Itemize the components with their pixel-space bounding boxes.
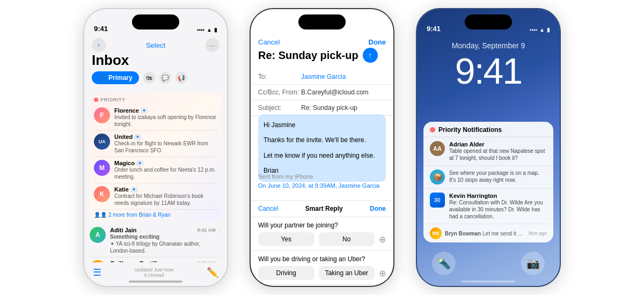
status-icons-1: ▪▪▪▪ ▲ ▮ xyxy=(197,27,217,33)
to-field[interactable]: To: Jasmine Garcia xyxy=(251,69,393,85)
notif-name-kevin: Kevin Harrington xyxy=(449,193,547,199)
smart-reply-done[interactable]: Done xyxy=(370,205,386,212)
mail-content-florence: Florence ✦ Invited to izakaya soft openi… xyxy=(114,107,217,128)
smart-reply-cancel[interactable]: Cancel xyxy=(258,205,278,212)
preview-united: Check-in for flight to Newark EWR from S… xyxy=(114,140,217,154)
back-button[interactable]: ‹ xyxy=(92,38,106,52)
status-time-2: 9:41 xyxy=(260,25,274,33)
sidebar-icon[interactable]: ☰ xyxy=(93,267,101,278)
email-subject-area: Re: Sunday pick-up ↑ xyxy=(258,48,386,63)
notif-item-kevin[interactable]: ✉ Kevin Harrington Re: Consultation with… xyxy=(423,189,553,224)
smart-reply-title: Smart Reply xyxy=(305,205,343,212)
flashlight-button[interactable]: 🔦 xyxy=(432,252,456,275)
battery-icon-2: ▮ xyxy=(380,27,384,33)
avatar-adrian: AA xyxy=(430,141,445,156)
subject-line: Re: Sunday pick-up ↑ xyxy=(258,48,386,63)
battery-icon: ▮ xyxy=(214,27,217,33)
notif-content-package: See where your package is on a map. It's… xyxy=(449,169,547,185)
status-icons-2: ▪▪▪▪ ▲ ▮ xyxy=(363,27,384,33)
q1-text: Will your partner be joining? xyxy=(258,222,386,229)
phone-email: 9:41 ▪▪▪▪ ▲ ▮ Cancel Done Re: Sunday pic… xyxy=(250,8,394,287)
notifications-card: Priority Notifications AA Adrian Alder T… xyxy=(423,122,553,242)
email-screen: Cancel Done Re: Sunday pick-up ↑ To: Jas… xyxy=(251,9,393,286)
mail-content-magico: Magico ✦ Order lunch and coffee for Neet… xyxy=(114,160,217,180)
chevron-aditi: › xyxy=(220,227,222,233)
avatar-florence: F xyxy=(94,107,110,123)
inbox-title: Inbox xyxy=(92,52,129,69)
avatar-aditi: A xyxy=(90,227,106,243)
mail-content-united: United ✦ Check-in for flight to Newark E… xyxy=(114,134,217,154)
avatar-bryn: BB xyxy=(430,227,442,239)
wifi-icon-3: ▲ xyxy=(539,27,545,33)
primary-label: Primary xyxy=(108,74,133,82)
notif-name-adrian: Adrian Alder xyxy=(449,141,547,148)
body-line-3: Thanks for the invite. We'll be there. xyxy=(264,135,380,145)
mail-item-guillermo[interactable]: G Guillermo Castillo 8:58 AM Check-in ✦ … xyxy=(90,257,222,262)
compose-icon[interactable]: ✏️ xyxy=(207,267,218,278)
notif-item-adrian[interactable]: AA Adrian Alder Table opened at that new… xyxy=(423,137,553,166)
q2-icon: ⊕ xyxy=(379,268,386,278)
body-line-6 xyxy=(264,161,380,165)
mail-item-magico[interactable]: M Magico ✦ Order lunch and coffee for Ne… xyxy=(94,157,217,183)
body-line-5: Let me know if you need anything else. xyxy=(264,150,380,161)
mail-content-guillermo: Guillermo Castillo 8:58 AM Check-in ✦ Ne… xyxy=(110,260,216,262)
cancel-button[interactable]: Cancel xyxy=(258,38,280,46)
question-1: Will your partner be joining? Yes No ⊕ xyxy=(251,217,393,251)
promo-filter[interactable]: 📢 xyxy=(175,72,187,84)
sender-katie: Katie ✦ xyxy=(114,186,217,193)
email-quoted: Sent from my iPhone On June 10, 2024, at… xyxy=(258,172,386,190)
mail-item-united[interactable]: UA United ✦ Check-in for flight to Newar… xyxy=(94,131,217,157)
ccbcc-field[interactable]: Cc/Bcc, From: B.Careyful@icloud.com xyxy=(251,85,393,100)
more-row[interactable]: 👤👤 2 more from Brian & Ryan xyxy=(94,210,217,219)
ai-badge-2: ✦ xyxy=(134,134,141,140)
mail-item-aditi[interactable]: A Aditi Jain 9:41 AM Something exciting … xyxy=(90,224,222,257)
dynamic-island-2 xyxy=(298,14,346,30)
mail-content-katie: Katie ✦ Contract for Michael Robinson's … xyxy=(114,186,217,206)
bryn-row[interactable]: BB Bryn Bowman Let me send it no... 35m … xyxy=(423,224,553,242)
camera-button[interactable]: 📷 xyxy=(521,252,545,275)
notif-item-package[interactable]: 📦 See where your package is on a map. It… xyxy=(423,166,553,189)
regular-section: A Aditi Jain 9:41 AM Something exciting … xyxy=(90,224,222,262)
mail-item-florence[interactable]: F Florence ✦ Invited to izakaya soft ope… xyxy=(94,105,217,131)
lock-time: 9:41 xyxy=(417,51,560,91)
email-fields: To: Jasmine Garcia Cc/Bcc, From: B.Carey… xyxy=(251,69,393,116)
done-button[interactable]: Done xyxy=(369,38,386,46)
q2-driving[interactable]: Driving xyxy=(258,266,314,280)
avatar-united: UA xyxy=(94,134,110,150)
chat-filter[interactable]: 💬 xyxy=(159,72,171,84)
battery-icon-3: ▮ xyxy=(547,27,550,33)
inbox-bottom-bar: ☰ Updated Just Now 6 Unread ✏️ xyxy=(84,267,227,278)
notif-header: Priority Notifications xyxy=(423,122,553,137)
ai-badge-4: ✦ xyxy=(130,187,137,193)
shopping-filter[interactable]: 🛍 xyxy=(143,72,155,84)
q2-options: Driving Taking an Uber ⊕ xyxy=(258,266,386,280)
lock-screen: Monday, September 9 9:41 Priority Notifi… xyxy=(417,9,560,286)
sender-magico: Magico ✦ xyxy=(114,160,217,166)
q1-icon: ⊕ xyxy=(379,234,386,245)
ai-badge-3: ✦ xyxy=(136,160,143,166)
avatar-magico: M xyxy=(94,160,110,176)
send-button[interactable]: ↑ xyxy=(363,48,378,63)
preview-aditi: Something exciting xyxy=(110,233,216,240)
avatar-katie: K xyxy=(94,186,110,202)
more-button[interactable]: ··· xyxy=(206,38,219,52)
avatar-package: 📦 xyxy=(430,169,445,185)
sender-florence: Florence ✦ xyxy=(114,107,217,114)
primary-filter[interactable]: 👤 Primary xyxy=(92,71,139,84)
priority-dot xyxy=(94,98,98,102)
email-body[interactable]: Hi Jasmine Thanks for the invite. We'll … xyxy=(258,114,386,182)
phone-inbox: 9:41 ▪▪▪▪ ▲ ▮ ‹ Select ··· Inbox 👤 Prima… xyxy=(83,8,228,287)
body-line-1: Hi Jasmine xyxy=(264,120,380,130)
q1-no[interactable]: No xyxy=(319,232,375,246)
mail-item-katie[interactable]: K Katie ✦ Contract for Michael Robinson'… xyxy=(94,183,217,210)
lock-bottom: 🔦 📷 xyxy=(417,252,560,275)
wifi-icon: ▲ xyxy=(207,27,212,33)
dynamic-island-1 xyxy=(132,14,179,30)
q1-yes[interactable]: Yes xyxy=(258,232,314,246)
select-button[interactable]: Select xyxy=(146,41,165,49)
q2-uber[interactable]: Taking an Uber xyxy=(319,266,375,280)
inbox-filters: 👤 Primary 🛍 💬 📢 xyxy=(92,71,219,84)
notif-text-kevin: Re: Consultation with Dr. Wilde Are you … xyxy=(449,199,547,220)
bryn-time: 35m ago xyxy=(528,231,547,236)
subject-field[interactable]: Subject: Re: Sunday pick-up xyxy=(251,100,393,116)
